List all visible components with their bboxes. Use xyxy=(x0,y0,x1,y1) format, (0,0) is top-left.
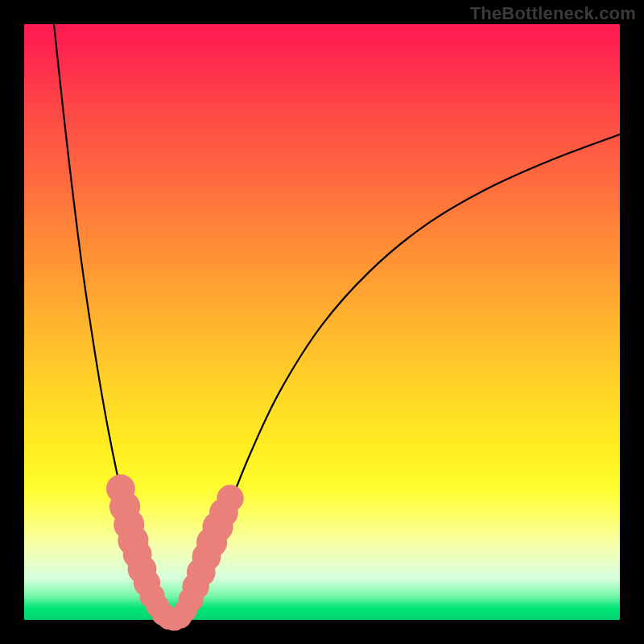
plot-area xyxy=(24,24,620,620)
watermark-text: TheBottleneck.com xyxy=(470,3,636,24)
chart-svg xyxy=(24,24,620,620)
frame: TheBottleneck.com xyxy=(0,0,644,644)
bead xyxy=(217,485,243,511)
curve-right-curve xyxy=(179,134,620,618)
curve-left-curve xyxy=(54,24,167,618)
